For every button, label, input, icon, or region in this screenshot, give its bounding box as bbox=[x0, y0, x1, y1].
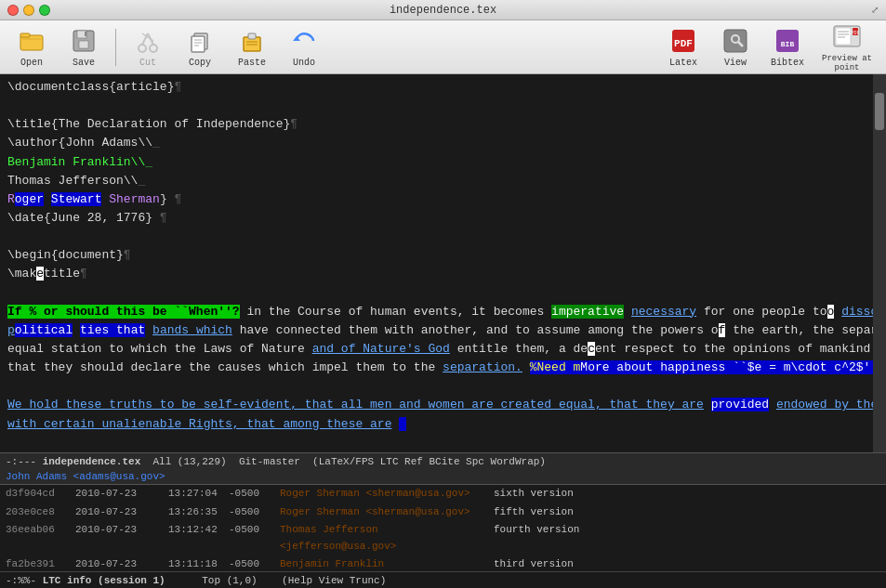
view-button[interactable]: View bbox=[711, 23, 760, 72]
separator-1 bbox=[115, 29, 116, 66]
svg-rect-29 bbox=[836, 28, 851, 45]
undo-button[interactable]: Undo bbox=[280, 23, 328, 72]
git-author: Roger Sherman <sherman@usa.gov> bbox=[280, 486, 494, 503]
cut-button[interactable]: Cut bbox=[124, 23, 172, 72]
close-button[interactable] bbox=[7, 5, 19, 16]
preview-button[interactable]: PDF Preview at point bbox=[815, 23, 879, 72]
svg-point-7 bbox=[150, 45, 157, 52]
git-version: third version bbox=[494, 556, 574, 571]
line-17 bbox=[7, 377, 866, 396]
line-12 bbox=[7, 284, 866, 303]
git-time: 13:11:18 bbox=[168, 556, 229, 571]
git-date: 2010-07-23 bbox=[75, 486, 168, 503]
cut-icon bbox=[133, 26, 163, 56]
svg-text:PDF: PDF bbox=[851, 31, 859, 36]
line-14: political ties that bands which have con… bbox=[7, 321, 866, 340]
line-1: \documentclass{article}¶ bbox=[7, 78, 866, 97]
mini-status-position: Top (1,0) bbox=[202, 575, 257, 586]
git-hash: fa2be391 bbox=[6, 556, 75, 571]
svg-rect-5 bbox=[85, 32, 86, 36]
git-version: sixth version bbox=[494, 486, 574, 503]
copy-label: Copy bbox=[189, 58, 211, 68]
git-log: John Adams <adams@usa.gov> d3f904cd 2010… bbox=[0, 469, 886, 571]
git-row-4[interactable]: fa2be391 2010-07-23 13:11:18 -0500 Benja… bbox=[0, 555, 886, 571]
resize-icon[interactable]: ⤢ bbox=[871, 5, 879, 16]
svg-rect-23 bbox=[724, 30, 747, 52]
git-log-header: John Adams <adams@usa.gov> bbox=[0, 469, 886, 485]
copy-button[interactable]: Copy bbox=[176, 23, 224, 72]
git-time: 13:27:04 bbox=[168, 486, 229, 503]
undo-label: Undo bbox=[293, 58, 315, 68]
status-bar: -:--- independence.tex All (13,229) Git-… bbox=[0, 452, 886, 469]
status-branch: Git-master bbox=[239, 456, 300, 467]
toolbar: Open Save Cut bbox=[0, 20, 886, 74]
git-header-author: John Adams <adams@usa.gov> bbox=[6, 471, 165, 482]
git-tz: -0500 bbox=[229, 486, 280, 503]
git-date: 2010-07-23 bbox=[75, 522, 168, 555]
window-title: independence.tex bbox=[390, 4, 496, 17]
maximize-button[interactable] bbox=[39, 5, 50, 16]
svg-rect-4 bbox=[79, 41, 88, 48]
paste-label: Paste bbox=[238, 58, 266, 68]
status-mode: -:--- bbox=[6, 456, 36, 467]
line-10: \begin{document}¶ bbox=[7, 246, 866, 265]
line-4: \author{John Adams\\_ bbox=[7, 134, 866, 152]
paste-icon bbox=[237, 26, 267, 56]
line-5: Benjamin Franklin\\_ bbox=[7, 153, 866, 172]
status-info: All (13,229) bbox=[152, 456, 226, 467]
scrollbar-thumb[interactable] bbox=[875, 93, 884, 130]
editor-area: \documentclass{article}¶ \title{The Decl… bbox=[0, 74, 886, 469]
bibtex-button[interactable]: BIB Bibtex bbox=[763, 23, 812, 72]
git-time: 13:26:35 bbox=[168, 504, 229, 521]
mini-status-label: LTC info (session 1) bbox=[43, 575, 165, 586]
line-8: \date{June 28, 1776} ¶ bbox=[7, 209, 866, 228]
save-icon bbox=[69, 26, 99, 56]
open-label: Open bbox=[20, 58, 43, 68]
svg-point-6 bbox=[139, 45, 146, 52]
git-row-1[interactable]: d3f904cd 2010-07-23 13:27:04 -0500 Roger… bbox=[0, 485, 886, 503]
line-16: that they should declare the causes whic… bbox=[7, 359, 866, 377]
line-11: \maketitle¶ bbox=[7, 265, 866, 283]
bibtex-label: Bibtex bbox=[771, 58, 804, 68]
git-hash: 36eeab06 bbox=[6, 522, 75, 555]
git-tz: -0500 bbox=[229, 504, 280, 521]
view-label: View bbox=[724, 58, 747, 68]
bibtex-icon: BIB bbox=[773, 26, 802, 56]
undo-icon bbox=[289, 26, 319, 56]
line-18: We hold these truths to be self-evident,… bbox=[7, 396, 866, 414]
mini-status-bar: -:%%- LTC info (session 1) Top (1,0) (He… bbox=[0, 571, 886, 588]
git-version: fifth version bbox=[494, 504, 574, 521]
preview-icon: PDF bbox=[832, 22, 862, 52]
git-tz: -0500 bbox=[229, 556, 280, 571]
copy-icon bbox=[185, 26, 215, 56]
open-button[interactable]: Open bbox=[7, 23, 56, 72]
git-hash: d3f904cd bbox=[6, 486, 75, 503]
line-2 bbox=[7, 97, 866, 115]
preview-label: Preview at point bbox=[815, 54, 879, 72]
line-13: If % or should this be ``When''? in the … bbox=[7, 303, 866, 321]
svg-rect-17 bbox=[248, 33, 256, 39]
status-filename: independence.tex bbox=[43, 456, 141, 467]
line-9 bbox=[7, 228, 866, 246]
vertical-scrollbar[interactable] bbox=[873, 74, 886, 452]
editor-content[interactable]: \documentclass{article}¶ \title{The Decl… bbox=[0, 74, 873, 452]
paste-button[interactable]: Paste bbox=[228, 23, 276, 72]
view-icon bbox=[721, 26, 750, 56]
line-19: with certain unalienable Rights, that am… bbox=[7, 415, 866, 434]
git-date: 2010-07-23 bbox=[75, 556, 168, 571]
svg-text:PDF: PDF bbox=[674, 38, 693, 49]
cut-label: Cut bbox=[139, 58, 156, 68]
minimize-button[interactable] bbox=[23, 5, 34, 16]
save-label: Save bbox=[73, 58, 95, 68]
latex-button[interactable]: PDF Latex bbox=[659, 23, 707, 72]
title-bar: independence.tex ⤢ bbox=[0, 0, 886, 20]
window-controls[interactable] bbox=[7, 5, 50, 16]
svg-rect-12 bbox=[192, 36, 205, 52]
editor-main[interactable]: \documentclass{article}¶ \title{The Decl… bbox=[0, 74, 873, 452]
git-row-2[interactable]: 203e0ce8 2010-07-23 13:26:35 -0500 Roger… bbox=[0, 503, 886, 522]
save-button[interactable]: Save bbox=[60, 23, 108, 72]
git-author: Thomas Jefferson <jefferson@usa.gov> bbox=[280, 522, 494, 555]
line-6: Thomas Jefferson\\_ bbox=[7, 172, 866, 190]
git-row-3[interactable]: 36eeab06 2010-07-23 13:12:42 -0500 Thoma… bbox=[0, 521, 886, 555]
editor-with-scroll: \documentclass{article}¶ \title{The Decl… bbox=[0, 74, 886, 452]
